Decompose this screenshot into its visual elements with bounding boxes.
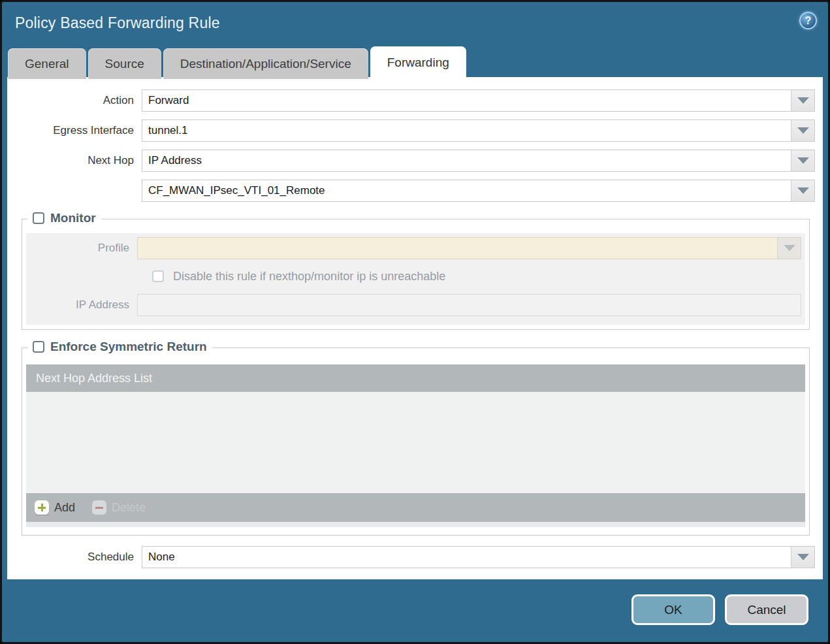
help-icon[interactable]: ? bbox=[799, 12, 817, 29]
monitor-ip-address-label: IP Address bbox=[26, 298, 137, 312]
add-button-label: Add bbox=[54, 501, 75, 515]
tab-bar: General Source Destination/Application/S… bbox=[8, 46, 466, 79]
next-hop-address-list-table: Next Hop Address List Add Delete bbox=[26, 364, 805, 527]
next-hop-address-value: CF_MWAN_IPsec_VTI_01_Remote bbox=[142, 184, 325, 197]
monitor-fieldset: Monitor Profile Disable this rule if nex… bbox=[22, 219, 810, 330]
monitor-checkbox[interactable] bbox=[33, 212, 44, 224]
delete-minus-icon bbox=[92, 500, 106, 515]
table-scroll-strip bbox=[26, 522, 805, 527]
tab-source[interactable]: Source bbox=[88, 48, 161, 79]
next-hop-label: Next Hop bbox=[7, 154, 142, 167]
chevron-down-icon bbox=[797, 187, 809, 194]
next-hop-address-list-header-label: Next Hop Address List bbox=[36, 372, 152, 385]
action-row: Action Forward bbox=[7, 89, 815, 112]
disable-rule-label: Disable this rule if nexthop/monitor ip … bbox=[173, 270, 445, 283]
next-hop-row: Next Hop IP Address bbox=[7, 150, 815, 172]
action-select[interactable]: Forward bbox=[142, 89, 815, 112]
egress-interface-select[interactable]: tunnel.1 bbox=[142, 120, 815, 142]
tab-general[interactable]: General bbox=[8, 48, 86, 79]
schedule-select[interactable]: None bbox=[142, 546, 815, 568]
enforce-symmetric-return-legend-label: Enforce Symmetric Return bbox=[50, 340, 207, 354]
tab-label: Source bbox=[105, 57, 144, 71]
next-hop-address-row: CF_MWAN_IPsec_VTI_01_Remote bbox=[7, 180, 815, 202]
disable-rule-row: Disable this rule if nexthop/monitor ip … bbox=[152, 266, 805, 286]
next-hop-address-dropdown-button[interactable] bbox=[791, 180, 814, 201]
tab-label: General bbox=[25, 57, 69, 71]
monitor-legend: Monitor bbox=[27, 211, 101, 225]
enforce-symmetric-return-fieldset: Enforce Symmetric Return Next Hop Addres… bbox=[22, 347, 810, 536]
schedule-value: None bbox=[142, 551, 175, 564]
cancel-button-label: Cancel bbox=[747, 603, 786, 617]
action-dropdown-button[interactable] bbox=[791, 90, 814, 111]
dialog-titlebar: Policy Based Forwarding Rule ? bbox=[2, 2, 828, 45]
chevron-down-icon bbox=[797, 554, 809, 560]
forwarding-tab-panel: Action Forward Egress Interface tunnel.1… bbox=[7, 77, 823, 579]
profile-row: Profile bbox=[26, 237, 801, 259]
next-hop-address-list-toolbar: Add Delete bbox=[26, 493, 805, 522]
enforce-symmetric-return-legend: Enforce Symmetric Return bbox=[27, 340, 212, 354]
chevron-down-icon bbox=[797, 157, 809, 164]
ok-button-label: OK bbox=[664, 603, 682, 617]
next-hop-address-list-header: Next Hop Address List bbox=[26, 364, 805, 392]
next-hop-address-select[interactable]: CF_MWAN_IPsec_VTI_01_Remote bbox=[142, 180, 815, 202]
cancel-button[interactable]: Cancel bbox=[725, 594, 808, 625]
action-value: Forward bbox=[142, 94, 189, 107]
profile-select bbox=[137, 237, 801, 259]
dialog-footer: OK Cancel bbox=[2, 577, 828, 642]
tab-label: Destination/Application/Service bbox=[180, 57, 351, 71]
policy-based-forwarding-dialog: Policy Based Forwarding Rule ? General S… bbox=[0, 0, 830, 644]
tab-label: Forwarding bbox=[387, 56, 449, 70]
egress-interface-dropdown-button[interactable] bbox=[791, 120, 814, 141]
monitor-ip-address-input bbox=[137, 294, 801, 316]
ok-button[interactable]: OK bbox=[631, 594, 715, 625]
chevron-down-icon bbox=[797, 127, 809, 134]
egress-interface-label: Egress Interface bbox=[7, 124, 142, 137]
tab-destination-application-service[interactable]: Destination/Application/Service bbox=[163, 48, 368, 79]
schedule-dropdown-button[interactable] bbox=[791, 547, 814, 568]
schedule-row: Schedule None bbox=[7, 546, 815, 568]
next-hop-dropdown-button[interactable] bbox=[791, 150, 814, 171]
disable-rule-checkbox bbox=[152, 270, 164, 282]
chevron-down-icon bbox=[797, 97, 809, 104]
dialog-title: Policy Based Forwarding Rule bbox=[2, 2, 828, 32]
next-hop-type-value: IP Address bbox=[142, 154, 202, 167]
tab-forwarding[interactable]: Forwarding bbox=[370, 46, 466, 79]
monitor-legend-label: Monitor bbox=[50, 211, 96, 225]
next-hop-address-list-body bbox=[26, 392, 805, 493]
monitor-ip-address-row: IP Address bbox=[26, 294, 801, 316]
egress-interface-value: tunnel.1 bbox=[142, 124, 188, 137]
profile-dropdown-button bbox=[777, 238, 801, 259]
delete-button: Delete bbox=[92, 500, 146, 515]
delete-button-label: Delete bbox=[112, 501, 146, 515]
chevron-down-icon bbox=[784, 245, 795, 251]
add-plus-icon bbox=[35, 500, 49, 515]
monitor-disabled-panel: Profile Disable this rule if nexthop/mon… bbox=[26, 233, 805, 325]
egress-interface-row: Egress Interface tunnel.1 bbox=[7, 120, 815, 142]
schedule-label: Schedule bbox=[7, 551, 142, 564]
enforce-symmetric-return-checkbox[interactable] bbox=[33, 341, 44, 353]
next-hop-type-select[interactable]: IP Address bbox=[142, 150, 815, 172]
help-glyph: ? bbox=[805, 15, 812, 27]
add-button[interactable]: Add bbox=[35, 500, 75, 515]
profile-label: Profile bbox=[26, 242, 137, 255]
action-label: Action bbox=[7, 94, 142, 107]
